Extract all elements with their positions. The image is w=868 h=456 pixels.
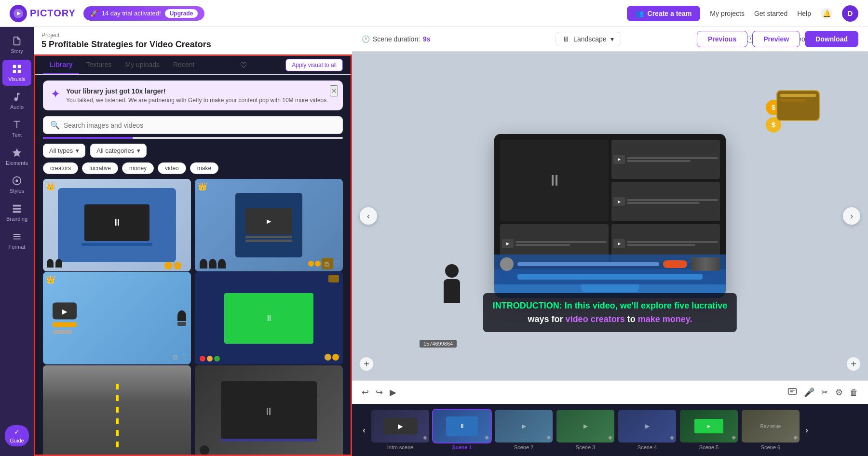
scene-card-3[interactable]: ▶ ◈ Scene 3 bbox=[556, 410, 614, 450]
landscape-select[interactable]: 🖥 Landscape ▾ bbox=[556, 32, 621, 46]
scene-overlay-icon-5: ◈ bbox=[732, 434, 736, 441]
subtitle-overlay: INTRODUCTION: In this video, we'll explo… bbox=[483, 293, 737, 333]
tab-my-uploads[interactable]: My uploads bbox=[118, 56, 166, 74]
my-projects-link[interactable]: My projects bbox=[710, 10, 745, 17]
banner-text: Your library just got 10x larger! You ta… bbox=[66, 87, 328, 104]
scene-label-6: Scene 6 bbox=[761, 444, 780, 450]
scene-card-5[interactable]: ▶ ◈ Scene 5 bbox=[680, 410, 738, 450]
notification-icon[interactable]: 🔔 bbox=[821, 8, 832, 19]
copy-icon-2[interactable]: ⧉ bbox=[325, 260, 329, 268]
sidebar-item-branding[interactable]: Branding bbox=[2, 200, 31, 226]
type-filter[interactable]: All types ▾ bbox=[43, 144, 85, 158]
tab-recent[interactable]: Recent bbox=[166, 56, 201, 74]
timeline-left-arrow[interactable]: ‹ bbox=[359, 425, 369, 435]
sidebar-label-story: Story bbox=[11, 48, 23, 54]
play-button[interactable]: ▶ bbox=[390, 387, 396, 398]
scene-thumb-5: ▶ ◈ bbox=[680, 410, 738, 443]
monitor-illustration: ⏸ ▶ ▶ bbox=[494, 134, 726, 298]
avatar[interactable]: D bbox=[842, 5, 858, 22]
tag-money[interactable]: money bbox=[122, 162, 154, 174]
library-banner: ✦ Your library just got 10x larger! You … bbox=[43, 80, 343, 110]
wallet-card bbox=[776, 90, 820, 121]
sidebar-label-visuals: Visuals bbox=[8, 76, 25, 82]
preview-button[interactable]: Preview bbox=[752, 31, 800, 47]
undo-button[interactable]: ↩ bbox=[362, 387, 369, 398]
redo-button[interactable]: ↪ bbox=[376, 387, 383, 398]
sidebar-item-story[interactable]: Story bbox=[2, 32, 31, 58]
search-input[interactable] bbox=[64, 121, 336, 129]
heart-icon-3[interactable]: ♡ bbox=[181, 352, 188, 362]
caption-button[interactable] bbox=[787, 387, 797, 399]
sidebar-item-visuals[interactable]: Visuals bbox=[2, 60, 31, 86]
sidebar-item-text[interactable]: Text bbox=[2, 116, 31, 142]
sidebar-item-audio[interactable]: Audio bbox=[2, 88, 31, 114]
banner-title: Your library just got 10x larger! bbox=[66, 87, 328, 95]
copy-icon-3[interactable]: ⧉ bbox=[173, 353, 177, 362]
category-filter-label: All categories bbox=[96, 147, 134, 154]
heart-icon-1[interactable]: ♡ bbox=[181, 259, 188, 268]
previous-button[interactable]: Previous bbox=[697, 31, 747, 47]
navbar-left: PICTORY 🚀 14 day trial activated! Upgrad… bbox=[10, 5, 204, 22]
scene-card-2[interactable]: ▶ ◈ Scene 2 bbox=[495, 410, 553, 450]
scene-thumb-6: Rev enue ◈ bbox=[742, 410, 800, 443]
prev-scene-arrow[interactable]: ‹ bbox=[360, 207, 377, 225]
download-button[interactable]: Download bbox=[805, 31, 858, 47]
settings-button[interactable]: ⚙ bbox=[835, 387, 843, 398]
category-filter[interactable]: All categories ▾ bbox=[90, 144, 147, 158]
add-element-right[interactable]: + bbox=[847, 357, 860, 371]
svg-rect-4 bbox=[18, 70, 21, 73]
sidebar-item-styles[interactable]: Styles bbox=[2, 172, 31, 198]
media-card-1[interactable]: ⏸ 👑 ♡ bbox=[43, 179, 191, 271]
sidebar-item-format[interactable]: Format bbox=[2, 228, 31, 254]
project-title: 5 Profitable Strategies for Video Creato… bbox=[41, 40, 344, 50]
tag-lucrative[interactable]: lucrative bbox=[82, 162, 118, 174]
navbar: PICTORY 🚀 14 day trial activated! Upgrad… bbox=[0, 0, 868, 27]
search-area: 🔍 bbox=[35, 116, 351, 144]
trial-label: 14 day trial activated! bbox=[102, 10, 161, 17]
help-link[interactable]: Help bbox=[797, 10, 811, 17]
upgrade-button[interactable]: Upgrade bbox=[165, 9, 198, 18]
scene-card-1[interactable]: ⏸ ◈ Scene 1 bbox=[433, 410, 491, 450]
scene-card-6[interactable]: Rev enue ◈ Scene 6 bbox=[742, 410, 800, 450]
copy-icon-1[interactable]: ⧉ bbox=[173, 260, 177, 268]
search-icon: 🔍 bbox=[50, 121, 60, 130]
timeline-right-arrow[interactable]: › bbox=[801, 425, 812, 435]
add-element-left[interactable]: + bbox=[360, 357, 373, 371]
create-team-button[interactable]: 👥 Create a team bbox=[627, 6, 701, 21]
sidebar-label-elements: Elements bbox=[6, 160, 28, 166]
tab-library[interactable]: Library bbox=[43, 56, 79, 74]
next-scene-arrow[interactable]: › bbox=[843, 207, 860, 225]
cut-button[interactable]: ✂ bbox=[821, 387, 828, 398]
media-card-5[interactable] bbox=[43, 365, 191, 455]
heart-icon-2[interactable]: ♡ bbox=[333, 259, 340, 268]
scene-label-2: Scene 2 bbox=[514, 444, 533, 450]
heart-icon-4[interactable]: ♡ bbox=[333, 352, 340, 362]
sidebar-label-branding: Branding bbox=[6, 216, 27, 222]
delete-button[interactable]: 🗑 bbox=[850, 388, 858, 398]
tag-make[interactable]: make bbox=[190, 162, 218, 174]
copy-icon-4[interactable]: ⧉ bbox=[325, 353, 329, 362]
media-card-4[interactable]: ⏸ bbox=[195, 272, 343, 364]
panel-content: Library Textures My uploads Recent ♡ App… bbox=[34, 54, 352, 456]
voice-button[interactable]: 🎤 bbox=[804, 387, 814, 398]
tab-textures[interactable]: Textures bbox=[79, 56, 118, 74]
trial-icon: 🚀 bbox=[90, 10, 98, 17]
heart-icon[interactable]: ♡ bbox=[240, 61, 247, 69]
banner-close-button[interactable]: ✕ bbox=[330, 85, 338, 96]
media-card-3[interactable]: ▶ 👑 ♡ ⧉ bbox=[43, 272, 191, 364]
tag-video[interactable]: video bbox=[158, 162, 186, 174]
scene-inner-5: ▶ bbox=[680, 410, 738, 443]
scene-card-intro[interactable]: ▶ ◈ Intro scene bbox=[371, 410, 429, 450]
scene-thumb-2: ▶ ◈ bbox=[495, 410, 553, 443]
scene-card-4[interactable]: ▶ ◈ Scene 4 bbox=[618, 410, 676, 450]
media-card-6[interactable]: ⏸ bbox=[195, 365, 343, 455]
media-card-2[interactable]: ▶ bbox=[195, 179, 343, 271]
get-started-link[interactable]: Get started bbox=[754, 10, 787, 17]
svg-rect-1 bbox=[13, 65, 16, 68]
tag-creators[interactable]: creators bbox=[43, 162, 78, 174]
apply-visual-button[interactable]: Apply visual to all bbox=[285, 59, 343, 71]
project-header: Project 5 Profitable Strategies for Vide… bbox=[34, 27, 352, 54]
sidebar-item-elements[interactable]: Elements bbox=[2, 144, 31, 170]
logo[interactable]: PICTORY bbox=[10, 5, 76, 22]
guide-button[interactable]: ✓ Guide bbox=[5, 425, 28, 446]
